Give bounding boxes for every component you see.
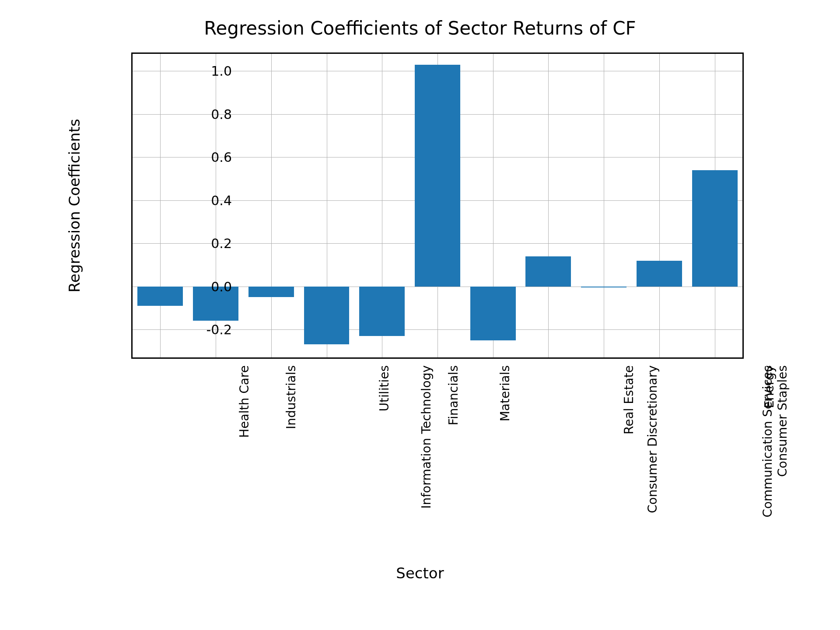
bar [137,287,183,306]
y-tick-label: 1.0 [197,63,232,79]
x-tick-label: Information Technology [419,365,434,509]
bar [637,261,682,287]
y-tick-label: 0.2 [197,236,232,251]
x-tick-label: Consumer Discretionary [645,365,660,513]
bar [525,256,571,287]
bar [470,287,516,340]
x-tick-label: Energy [762,365,777,408]
bar [581,287,626,287]
chart-title: Regression Coefficients of Sector Return… [61,18,779,39]
grid-line-vertical [659,54,660,357]
x-axis-label: Sector [61,564,779,582]
grid-line-vertical [604,54,604,357]
x-tick-label: Real Estate [622,365,636,434]
grid-line-vertical [160,54,161,357]
bar [692,170,738,287]
x-tick-label: Utilities [377,365,392,411]
y-tick-label: 0.8 [197,106,232,122]
x-tick-label: Health Care [237,365,252,438]
bar [304,287,350,345]
grid-line-vertical [271,54,272,357]
x-tick-label: Financials [446,365,461,425]
y-tick-label: 0.6 [197,150,232,165]
bar [415,65,460,287]
x-tick-label: Consumer Staples [775,365,790,477]
x-tick-label: Materials [498,365,512,421]
grid-line-vertical [548,54,549,357]
bar [359,287,405,336]
y-tick-label: -0.2 [197,322,232,337]
y-axis-label: Regression Coefficients [66,119,83,293]
y-tick-label: 0.0 [197,279,232,294]
y-tick-label: 0.4 [197,192,232,208]
x-tick-label: Industrials [284,365,298,429]
chart-container: Regression Coefficients of Sector Return… [61,18,779,612]
bar [248,287,294,298]
